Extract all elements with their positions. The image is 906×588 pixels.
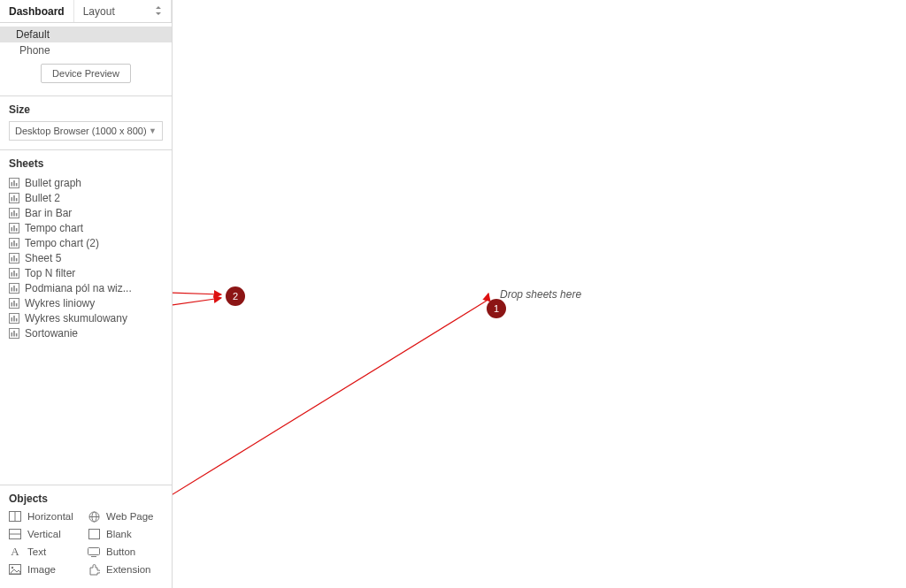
device-phone-label: Phone <box>19 44 50 57</box>
annotation-badge-2: 2 <box>226 286 245 306</box>
sheet-item[interactable]: Tempo chart (2) <box>9 235 163 250</box>
svg-rect-13 <box>12 227 13 232</box>
annotation-badge-1: 1 <box>487 299 506 318</box>
object-vertical-label: Vertical <box>27 529 61 539</box>
object-horizontal-label: Horizontal <box>27 511 73 522</box>
device-preview-button[interactable]: Device Preview <box>41 64 131 83</box>
svg-rect-30 <box>13 286 15 292</box>
object-image-label: Image <box>27 564 56 575</box>
sheet-item[interactable]: Sortowanie <box>9 325 163 340</box>
object-text[interactable]: A Text <box>9 546 84 558</box>
svg-rect-42 <box>13 331 15 337</box>
svg-rect-43 <box>16 333 18 337</box>
annotation-badge-2-label: 2 <box>233 291 238 302</box>
dashboard-sidebar: Dashboard Layout Default Phone Device Pr… <box>0 0 173 588</box>
object-blank[interactable]: Blank <box>88 528 163 540</box>
panel-tabs: Dashboard Layout <box>0 0 172 23</box>
worksheet-icon <box>9 178 19 188</box>
svg-rect-26 <box>13 271 15 277</box>
sheet-item-label: Sheet 5 <box>25 252 61 264</box>
svg-rect-21 <box>12 257 13 262</box>
svg-rect-31 <box>16 288 18 292</box>
svg-line-59 <box>173 292 221 294</box>
sheet-item[interactable]: Top N filter <box>9 265 163 280</box>
horizontal-icon <box>9 510 21 523</box>
sheet-item[interactable]: Bullet graph <box>9 175 163 190</box>
sheets-section: Sheets Bullet graphBullet 2Bar in BarTem… <box>0 150 172 344</box>
sheet-item[interactable]: Sheet 5 <box>9 250 163 265</box>
sheet-item[interactable]: Bar in Bar <box>9 205 163 220</box>
globe-icon <box>88 510 100 523</box>
object-webpage-label: Web Page <box>106 511 154 522</box>
svg-rect-19 <box>16 243 18 247</box>
dashboard-canvas[interactable]: Drop sheets here 1 2 <box>173 0 906 588</box>
worksheet-icon <box>9 193 19 203</box>
object-vertical[interactable]: Vertical <box>9 528 84 540</box>
sheet-item-label: Tempo chart <box>25 222 83 234</box>
svg-rect-33 <box>12 302 13 307</box>
button-icon <box>88 546 100 558</box>
svg-rect-5 <box>12 197 13 202</box>
object-extension[interactable]: Extension <box>88 563 163 576</box>
sheet-item-label: Tempo chart (2) <box>25 237 99 249</box>
object-button-label: Button <box>106 546 135 557</box>
sheet-item-label: Sortowanie <box>25 327 78 340</box>
object-webpage[interactable]: Web Page <box>88 510 163 523</box>
sheets-title: Sheets <box>9 157 163 170</box>
sheet-item[interactable]: Bullet 2 <box>9 190 163 205</box>
svg-rect-3 <box>16 183 18 187</box>
svg-rect-17 <box>12 242 13 247</box>
tab-layout[interactable]: Layout <box>74 0 172 22</box>
device-default-label: Default <box>16 28 50 41</box>
tab-layout-label: Layout <box>83 5 115 18</box>
sheet-item-label: Wykres liniowy <box>25 297 95 309</box>
worksheet-icon <box>9 298 19 309</box>
svg-rect-37 <box>12 317 13 322</box>
svg-rect-35 <box>16 303 18 307</box>
image-icon <box>9 563 21 576</box>
svg-rect-38 <box>13 316 15 322</box>
device-phone[interactable]: Phone <box>0 42 172 58</box>
size-dropdown[interactable]: Desktop Browser (1000 x 800) ▼ <box>9 121 163 141</box>
sheet-item[interactable]: Wykres liniowy <box>9 295 163 310</box>
worksheet-icon <box>9 208 19 218</box>
svg-rect-34 <box>13 301 15 307</box>
device-list: Default Phone Device Preview <box>0 23 172 96</box>
sort-icon <box>155 6 162 17</box>
svg-rect-11 <box>16 213 18 217</box>
svg-rect-1 <box>12 182 13 187</box>
object-image[interactable]: Image <box>9 563 84 576</box>
sheet-item-label: Bar in Bar <box>25 207 72 219</box>
object-blank-label: Blank <box>106 529 132 539</box>
object-horizontal[interactable]: Horizontal <box>9 510 84 523</box>
svg-line-56 <box>173 301 487 522</box>
sheet-item-label: Podmiana pól na wiz... <box>25 282 132 294</box>
objects-grid: Horizontal Web Page Vertical Blank <box>9 510 163 576</box>
worksheet-icon <box>9 238 19 248</box>
sheet-item[interactable]: Podmiana pól na wiz... <box>9 280 163 295</box>
sheet-item-label: Bullet 2 <box>25 192 60 204</box>
text-icon: A <box>9 546 21 558</box>
svg-rect-41 <box>12 332 13 337</box>
sheet-item-label: Wykres skumulowany <box>25 312 127 325</box>
sheet-item[interactable]: Wykres skumulowany <box>9 310 163 325</box>
size-section: Size Desktop Browser (1000 x 800) ▼ <box>0 96 172 150</box>
svg-rect-29 <box>12 287 13 292</box>
vertical-icon <box>9 528 21 540</box>
sheet-item[interactable]: Tempo chart <box>9 220 163 235</box>
object-button[interactable]: Button <box>88 546 163 558</box>
extension-icon <box>88 563 100 576</box>
object-extension-label: Extension <box>106 564 151 575</box>
tab-dashboard-label: Dashboard <box>9 5 65 18</box>
caret-down-icon: ▼ <box>149 126 157 135</box>
device-default[interactable]: Default <box>0 27 172 42</box>
svg-rect-10 <box>13 210 15 217</box>
tab-dashboard[interactable]: Dashboard <box>0 0 74 22</box>
objects-title: Objects <box>9 493 163 505</box>
device-preview-label: Device Preview <box>52 68 119 79</box>
worksheet-icon <box>9 283 19 294</box>
svg-rect-22 <box>13 256 15 262</box>
svg-rect-7 <box>16 198 18 202</box>
objects-section: Objects Horizontal Web Page Vertical <box>0 485 172 588</box>
size-title: Size <box>9 103 163 116</box>
